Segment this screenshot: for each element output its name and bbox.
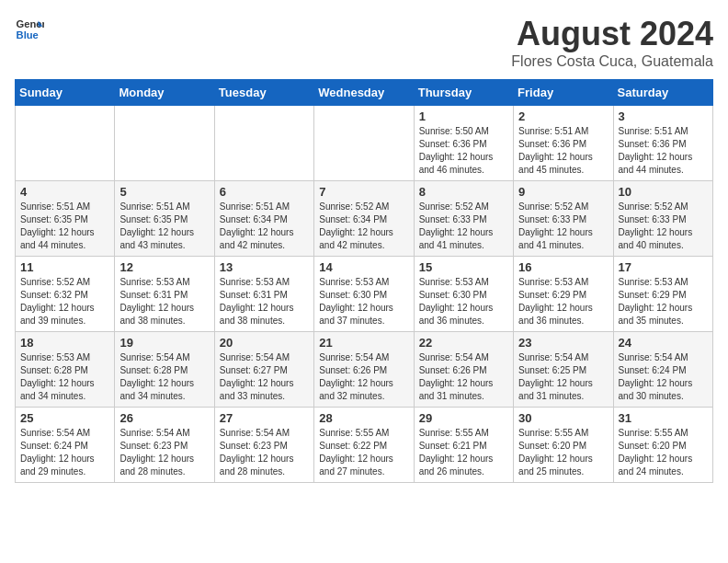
day-info: Sunrise: 5:54 AM Sunset: 6:23 PM Dayligh… (119, 427, 209, 478)
calendar-cell (214, 106, 313, 181)
calendar-cell: 13Sunrise: 5:53 AM Sunset: 6:31 PM Dayli… (214, 257, 313, 332)
day-info: Sunrise: 5:54 AM Sunset: 6:25 PM Dayligh… (518, 351, 608, 403)
calendar-cell: 3Sunrise: 5:51 AM Sunset: 6:36 PM Daylig… (613, 106, 712, 181)
day-number: 2 (518, 109, 608, 123)
calendar-cell: 19Sunrise: 5:54 AM Sunset: 6:28 PM Dayli… (115, 332, 214, 408)
weekday-header-friday: Friday (514, 80, 613, 106)
day-number: 25 (20, 411, 109, 425)
day-info: Sunrise: 5:51 AM Sunset: 6:36 PM Dayligh… (619, 125, 708, 177)
calendar-cell: 28Sunrise: 5:55 AM Sunset: 6:22 PM Dayli… (314, 408, 414, 483)
logo: General Blue (15, 15, 44, 44)
calendar-cell: 17Sunrise: 5:53 AM Sunset: 6:29 PM Dayli… (613, 257, 712, 332)
day-number: 22 (419, 336, 508, 350)
weekday-header-monday: Monday (115, 80, 214, 106)
day-number: 20 (220, 336, 309, 350)
day-info: Sunrise: 5:52 AM Sunset: 6:33 PM Dayligh… (419, 201, 508, 252)
weekday-header-sunday: Sunday (16, 80, 115, 106)
day-number: 5 (119, 185, 209, 199)
day-number: 21 (319, 336, 408, 350)
calendar-cell: 27Sunrise: 5:54 AM Sunset: 6:23 PM Dayli… (214, 408, 313, 483)
page-header: General Blue August 2024 Flores Costa Cu… (15, 15, 713, 70)
day-info: Sunrise: 5:55 AM Sunset: 6:21 PM Dayligh… (419, 427, 508, 478)
day-number: 9 (518, 185, 608, 199)
day-info: Sunrise: 5:52 AM Sunset: 6:33 PM Dayligh… (619, 201, 708, 252)
calendar-cell: 18Sunrise: 5:53 AM Sunset: 6:28 PM Dayli… (16, 332, 115, 408)
day-number: 12 (119, 260, 209, 274)
calendar-cell: 2Sunrise: 5:51 AM Sunset: 6:36 PM Daylig… (514, 106, 613, 181)
day-info: Sunrise: 5:54 AM Sunset: 6:27 PM Dayligh… (220, 351, 309, 403)
day-number: 1 (419, 109, 508, 123)
calendar-cell: 8Sunrise: 5:52 AM Sunset: 6:33 PM Daylig… (414, 181, 513, 257)
calendar-cell: 22Sunrise: 5:54 AM Sunset: 6:26 PM Dayli… (414, 332, 513, 408)
day-info: Sunrise: 5:55 AM Sunset: 6:20 PM Dayligh… (619, 427, 708, 478)
day-number: 17 (619, 260, 708, 274)
calendar-cell: 6Sunrise: 5:51 AM Sunset: 6:34 PM Daylig… (214, 181, 313, 257)
svg-text:Blue: Blue (17, 29, 39, 40)
day-info: Sunrise: 5:53 AM Sunset: 6:31 PM Dayligh… (119, 276, 209, 327)
weekday-header-saturday: Saturday (613, 80, 712, 106)
calendar-cell: 29Sunrise: 5:55 AM Sunset: 6:21 PM Dayli… (414, 408, 513, 483)
title-block: August 2024 Flores Costa Cuca, Guatemala (511, 15, 713, 70)
day-info: Sunrise: 5:52 AM Sunset: 6:32 PM Dayligh… (20, 276, 109, 327)
calendar-table: SundayMondayTuesdayWednesdayThursdayFrid… (15, 79, 713, 483)
day-info: Sunrise: 5:55 AM Sunset: 6:20 PM Dayligh… (518, 427, 608, 478)
day-info: Sunrise: 5:53 AM Sunset: 6:30 PM Dayligh… (419, 276, 508, 327)
day-number: 4 (20, 185, 109, 199)
weekday-header-thursday: Thursday (414, 80, 513, 106)
day-info: Sunrise: 5:53 AM Sunset: 6:31 PM Dayligh… (220, 276, 309, 327)
week-row-1: 1Sunrise: 5:50 AM Sunset: 6:36 PM Daylig… (16, 106, 713, 181)
day-number: 26 (119, 411, 209, 425)
day-info: Sunrise: 5:52 AM Sunset: 6:33 PM Dayligh… (518, 201, 608, 252)
day-info: Sunrise: 5:52 AM Sunset: 6:34 PM Dayligh… (319, 201, 408, 252)
day-number: 23 (518, 336, 608, 350)
day-number: 18 (20, 336, 109, 350)
day-info: Sunrise: 5:51 AM Sunset: 6:34 PM Dayligh… (220, 201, 309, 252)
day-number: 29 (419, 411, 508, 425)
day-number: 3 (619, 109, 708, 123)
day-number: 6 (220, 185, 309, 199)
week-row-4: 18Sunrise: 5:53 AM Sunset: 6:28 PM Dayli… (16, 332, 713, 408)
calendar-cell: 14Sunrise: 5:53 AM Sunset: 6:30 PM Dayli… (314, 257, 414, 332)
calendar-title: August 2024 (511, 15, 713, 53)
calendar-cell: 31Sunrise: 5:55 AM Sunset: 6:20 PM Dayli… (613, 408, 712, 483)
calendar-cell (16, 106, 115, 181)
day-info: Sunrise: 5:51 AM Sunset: 6:35 PM Dayligh… (119, 201, 209, 252)
day-number: 13 (220, 260, 309, 274)
day-info: Sunrise: 5:54 AM Sunset: 6:26 PM Dayligh… (419, 351, 508, 403)
calendar-cell: 10Sunrise: 5:52 AM Sunset: 6:33 PM Dayli… (613, 181, 712, 257)
calendar-cell (314, 106, 414, 181)
day-info: Sunrise: 5:53 AM Sunset: 6:29 PM Dayligh… (518, 276, 608, 327)
calendar-cell (115, 106, 214, 181)
day-number: 11 (20, 260, 109, 274)
weekday-header-wednesday: Wednesday (314, 80, 414, 106)
calendar-subtitle: Flores Costa Cuca, Guatemala (511, 53, 713, 70)
calendar-cell: 15Sunrise: 5:53 AM Sunset: 6:30 PM Dayli… (414, 257, 513, 332)
calendar-cell: 5Sunrise: 5:51 AM Sunset: 6:35 PM Daylig… (115, 181, 214, 257)
day-info: Sunrise: 5:54 AM Sunset: 6:24 PM Dayligh… (20, 427, 109, 478)
day-info: Sunrise: 5:54 AM Sunset: 6:28 PM Dayligh… (119, 351, 209, 403)
calendar-cell: 12Sunrise: 5:53 AM Sunset: 6:31 PM Dayli… (115, 257, 214, 332)
day-number: 27 (220, 411, 309, 425)
day-number: 14 (319, 260, 408, 274)
week-row-2: 4Sunrise: 5:51 AM Sunset: 6:35 PM Daylig… (16, 181, 713, 257)
day-info: Sunrise: 5:55 AM Sunset: 6:22 PM Dayligh… (319, 427, 408, 478)
calendar-cell: 20Sunrise: 5:54 AM Sunset: 6:27 PM Dayli… (214, 332, 313, 408)
day-number: 8 (419, 185, 508, 199)
day-number: 7 (319, 185, 408, 199)
day-info: Sunrise: 5:53 AM Sunset: 6:30 PM Dayligh… (319, 276, 408, 327)
calendar-cell: 30Sunrise: 5:55 AM Sunset: 6:20 PM Dayli… (514, 408, 613, 483)
calendar-cell: 16Sunrise: 5:53 AM Sunset: 6:29 PM Dayli… (514, 257, 613, 332)
calendar-cell: 23Sunrise: 5:54 AM Sunset: 6:25 PM Dayli… (514, 332, 613, 408)
day-info: Sunrise: 5:54 AM Sunset: 6:24 PM Dayligh… (619, 351, 708, 403)
week-row-5: 25Sunrise: 5:54 AM Sunset: 6:24 PM Dayli… (16, 408, 713, 483)
day-number: 30 (518, 411, 608, 425)
day-number: 19 (119, 336, 209, 350)
calendar-cell: 24Sunrise: 5:54 AM Sunset: 6:24 PM Dayli… (613, 332, 712, 408)
day-number: 10 (619, 185, 708, 199)
calendar-cell: 7Sunrise: 5:52 AM Sunset: 6:34 PM Daylig… (314, 181, 414, 257)
calendar-cell: 26Sunrise: 5:54 AM Sunset: 6:23 PM Dayli… (115, 408, 214, 483)
calendar-cell: 21Sunrise: 5:54 AM Sunset: 6:26 PM Dayli… (314, 332, 414, 408)
day-number: 28 (319, 411, 408, 425)
day-info: Sunrise: 5:51 AM Sunset: 6:35 PM Dayligh… (20, 201, 109, 252)
day-info: Sunrise: 5:53 AM Sunset: 6:28 PM Dayligh… (20, 351, 109, 403)
